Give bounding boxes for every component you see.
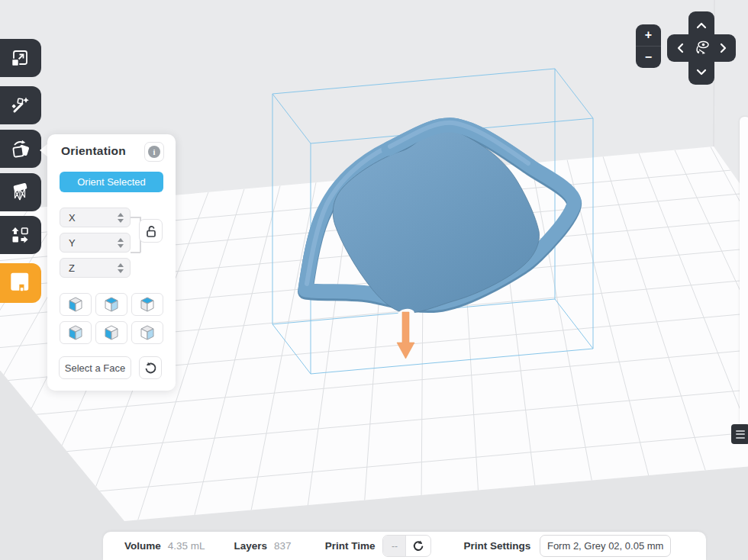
axis-z-label: Z	[69, 262, 118, 274]
reset-icon	[144, 362, 157, 375]
axis-z-stepper[interactable]	[118, 263, 124, 273]
orientation-panel: Orientation i Orient Selected X Y Z	[47, 134, 176, 391]
pan-left-button[interactable]	[669, 37, 692, 60]
chevron-right-icon	[720, 43, 727, 53]
zoom-control: + −	[636, 24, 661, 68]
axis-y-stepper[interactable]	[118, 238, 124, 248]
supports-icon	[10, 182, 30, 202]
print-time-control[interactable]: --	[382, 535, 431, 557]
axis-lock-button[interactable]	[139, 219, 163, 243]
print-settings-label: Print Settings	[463, 540, 530, 552]
refresh-icon	[412, 540, 424, 552]
cube-face-top-icon	[138, 296, 156, 313]
orient-cube-button-2[interactable]	[95, 293, 127, 316]
orient-cube-button-6[interactable]	[131, 321, 163, 344]
one-click-print-tool-button[interactable]	[0, 86, 41, 124]
reset-orientation-button[interactable]	[139, 356, 162, 379]
panel-title: Orientation	[61, 144, 126, 158]
orbit-view-button[interactable]	[690, 37, 713, 60]
print-settings-selector[interactable]: Form 2, Grey 02, 0.05 mm	[540, 535, 671, 557]
unlock-icon	[144, 224, 158, 238]
scale-icon	[10, 48, 30, 68]
layout-tool-button[interactable]	[0, 216, 41, 254]
select-a-face-button[interactable]: Select a Face	[59, 356, 131, 379]
scale-tool-button[interactable]	[0, 39, 41, 77]
layers-label: Layers	[234, 540, 268, 552]
orient-cube-button-4[interactable]	[60, 321, 92, 344]
orientation-tool-button[interactable]	[0, 130, 41, 168]
cube-face-left-icon	[102, 324, 121, 341]
layers-value: 837	[274, 540, 292, 552]
lock-bracket-top	[131, 217, 140, 218]
supports-tool-button[interactable]	[0, 173, 41, 211]
zoom-out-button[interactable]: −	[636, 47, 661, 68]
print-time-value: --	[383, 536, 406, 556]
orbit-eye-icon	[692, 39, 711, 57]
lock-bracket-bottom	[131, 252, 140, 253]
zoom-in-button[interactable]: +	[636, 24, 661, 47]
recalculate-button[interactable]	[406, 536, 430, 556]
info-icon: i	[148, 146, 160, 158]
axis-y-label: Y	[69, 237, 118, 249]
cube-face-front-icon	[66, 296, 85, 313]
axis-z-field[interactable]: Z	[60, 258, 131, 278]
preform-window: Orientation i Orient Selected X Y Z	[0, 0, 748, 560]
orient-cube-button-1[interactable]	[60, 293, 92, 316]
pan-right-button[interactable]	[711, 37, 734, 60]
magic-wand-icon	[10, 95, 30, 115]
cube-face-bottom-icon	[138, 324, 156, 341]
cube-face-front-bottom-icon	[66, 324, 85, 341]
chevron-down-icon	[696, 69, 707, 76]
axis-x-field[interactable]: X	[60, 208, 131, 227]
chevron-up-icon	[696, 22, 707, 29]
layer-slider-track[interactable]	[740, 117, 748, 427]
pan-down-button[interactable]	[690, 60, 713, 83]
orientation-icon	[9, 138, 31, 159]
axis-x-label: X	[69, 212, 118, 224]
axis-x-stepper[interactable]	[118, 213, 124, 223]
axis-y-field[interactable]: Y	[60, 233, 131, 253]
pan-up-button[interactable]	[690, 14, 713, 37]
info-button[interactable]: i	[144, 142, 164, 162]
orient-cube-button-3[interactable]	[131, 293, 163, 316]
chevron-left-icon	[677, 43, 684, 53]
cartridge-icon	[10, 272, 30, 294]
layer-slider-handle[interactable]	[731, 424, 748, 444]
orient-cube-button-5[interactable]	[95, 321, 127, 344]
status-bar: Volume 4.35 mL Layers 837 Print Time -- …	[103, 532, 706, 560]
volume-label: Volume	[124, 540, 161, 552]
print-button[interactable]	[0, 263, 41, 303]
print-time-label: Print Time	[325, 540, 376, 552]
volume-value: 4.35 mL	[168, 540, 205, 552]
orient-selected-button[interactable]: Orient Selected	[60, 172, 163, 192]
layout-icon	[10, 225, 30, 245]
cube-face-top-right-icon	[102, 296, 121, 313]
